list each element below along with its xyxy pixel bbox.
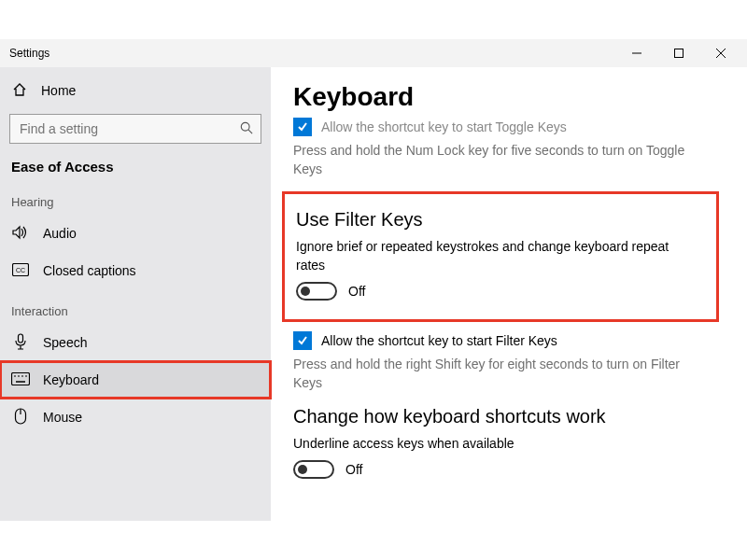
underline-access-keys-label: Underline access keys when available	[293, 435, 695, 454]
toggle-keys-shortcut-checkbox-row[interactable]: Allow the shortcut key to start Toggle K…	[293, 118, 719, 136]
filter-keys-toggle-state: Off	[348, 284, 365, 299]
sidebar: Home Ease of Access Hearing	[0, 67, 271, 521]
filter-keys-description: Ignore brief or repeated keystrokes and …	[296, 238, 698, 274]
nav-item-label: Audio	[43, 226, 77, 241]
page-title: Keyboard	[293, 82, 719, 112]
nav-item-label: Closed captions	[43, 263, 136, 278]
filter-keys-shortcut-checkbox-row[interactable]: Allow the shortcut key to start Filter K…	[293, 331, 719, 350]
svg-rect-1	[674, 49, 683, 58]
maximize-icon	[674, 49, 684, 58]
filter-keys-shortcut-description: Press and hold the right Shift key for e…	[293, 356, 695, 392]
checkbox-checked-icon	[293, 331, 312, 350]
svg-line-5	[248, 130, 252, 133]
audio-icon	[11, 225, 30, 243]
search-icon	[240, 121, 253, 137]
nav-item-speech[interactable]: Speech	[0, 324, 271, 361]
home-icon	[11, 82, 28, 100]
nav-item-label: Speech	[43, 335, 87, 350]
filter-keys-highlight: Use Filter Keys Ignore brief or repeated…	[282, 191, 719, 322]
nav-item-keyboard[interactable]: Keyboard	[0, 361, 271, 399]
content-pane: Keyboard Allow the shortcut key to start…	[271, 67, 747, 521]
nav-home-label: Home	[41, 83, 76, 98]
nav-group-interaction: Interaction	[0, 289, 271, 324]
checkbox-checked-icon	[293, 118, 312, 136]
speech-icon	[11, 333, 30, 353]
minimize-icon	[632, 49, 641, 58]
close-button[interactable]	[699, 39, 741, 67]
svg-point-4	[241, 122, 249, 131]
svg-rect-8	[19, 334, 23, 343]
caption-buttons	[615, 39, 741, 67]
nav-group-hearing: Hearing	[0, 180, 271, 215]
filter-keys-toggle[interactable]: Off	[296, 282, 699, 301]
toggle-keys-shortcut-label: Allow the shortcut key to start Toggle K…	[321, 119, 567, 134]
svg-text:CC: CC	[16, 267, 25, 273]
toggle-off-icon	[293, 460, 334, 479]
minimize-button[interactable]	[615, 39, 657, 67]
nav-section-title: Ease of Access	[0, 149, 271, 180]
keyboard-icon	[11, 372, 30, 388]
title-bar: Settings	[0, 39, 747, 67]
maximize-button[interactable]	[657, 39, 699, 67]
filter-keys-shortcut-label: Allow the shortcut key to start Filter K…	[321, 333, 557, 348]
shortcuts-heading: Change how keyboard shortcuts work	[293, 406, 719, 427]
nav-item-label: Mouse	[43, 410, 82, 425]
mouse-icon	[11, 408, 30, 427]
window-title: Settings	[9, 47, 49, 60]
underline-access-keys-toggle-state: Off	[345, 462, 362, 477]
close-icon	[716, 49, 726, 58]
search-box[interactable]	[9, 114, 261, 144]
nav-item-closed-captions[interactable]: CC Closed captions	[0, 252, 271, 289]
svg-rect-9	[12, 372, 30, 385]
nav-item-label: Keyboard	[43, 372, 99, 387]
search-input[interactable]	[18, 120, 240, 137]
nav-item-audio[interactable]: Audio	[0, 215, 271, 252]
closed-captions-icon: CC	[11, 263, 30, 279]
toggle-keys-description: Press and hold the Num Lock key for five…	[293, 142, 695, 178]
toggle-off-icon	[296, 282, 337, 301]
filter-keys-heading: Use Filter Keys	[296, 209, 699, 231]
nav-item-mouse[interactable]: Mouse	[0, 399, 271, 436]
underline-access-keys-toggle[interactable]: Off	[293, 460, 719, 479]
nav-home[interactable]: Home	[0, 73, 271, 108]
